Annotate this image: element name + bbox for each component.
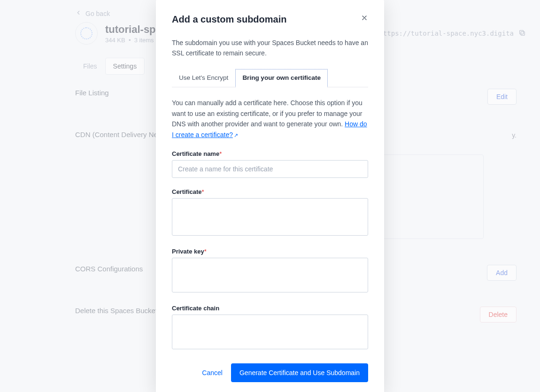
arrow-left-icon: [75, 9, 82, 17]
certificate-chain-textarea[interactable]: [172, 315, 368, 349]
delete-button[interactable]: Delete: [480, 307, 517, 323]
certificate-label: Certificate*: [172, 188, 368, 195]
certificate-name-label: Certificate name*: [172, 150, 368, 157]
copy-icon[interactable]: [518, 29, 526, 38]
custom-subdomain-modal: Add a custom subdomain The subdomain you…: [156, 0, 384, 392]
go-back-label: Go back: [85, 10, 110, 17]
modal-description: The subdomain you use with your Spaces B…: [172, 38, 368, 58]
private-key-textarea[interactable]: [172, 258, 368, 292]
tab-lets-encrypt[interactable]: Use Let's Encrypt: [172, 69, 235, 87]
edit-button[interactable]: Edit: [487, 89, 517, 105]
byoc-text: You can manually add a certificate here.…: [172, 99, 363, 128]
certificate-textarea[interactable]: [172, 198, 368, 236]
byoc-tab-content: You can manually add a certificate here.…: [172, 87, 368, 140]
tab-files[interactable]: Files: [75, 58, 105, 75]
svg-rect-0: [521, 31, 525, 35]
external-link-icon: ↗: [234, 132, 238, 138]
certificate-chain-label: Certificate chain: [172, 305, 368, 312]
close-icon[interactable]: [361, 14, 368, 23]
tab-bring-your-own-certificate[interactable]: Bring your own certificate: [235, 69, 328, 87]
space-url: https://tutorial-space.nyc3.digita: [379, 30, 514, 37]
add-button[interactable]: Add: [487, 265, 517, 281]
modal-title: Add a custom subdomain: [172, 14, 286, 25]
generate-certificate-button[interactable]: Generate Certificate and Use Subdomain: [231, 363, 368, 382]
svg-rect-1: [520, 30, 524, 34]
cancel-button[interactable]: Cancel: [200, 364, 224, 381]
certificate-name-input[interactable]: [172, 160, 368, 178]
tab-settings[interactable]: Settings: [105, 58, 145, 75]
private-key-label: Private key*: [172, 248, 368, 255]
certificate-tabs: Use Let's Encrypt Bring your own certifi…: [172, 69, 368, 87]
space-logo-icon: [75, 22, 98, 45]
